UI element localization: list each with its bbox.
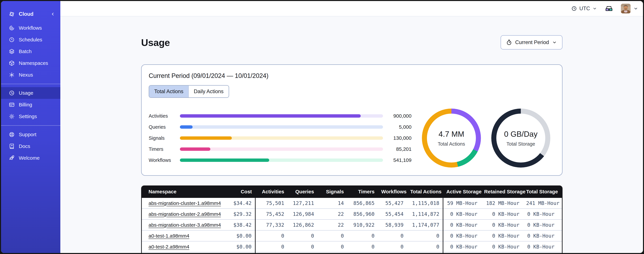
value-cell: $38.42 [222, 220, 255, 230]
column-header-retained-storage: Retained Storage [481, 186, 523, 198]
labs-glasses-button[interactable] [604, 5, 614, 12]
sidebar-item-label: Support [19, 132, 36, 138]
bar-row-workflows: Workflows541,109 [149, 158, 412, 163]
value-cell: 0 KB-Hour [443, 252, 481, 253]
account-menu[interactable] [621, 4, 638, 14]
donut-label: Total Storage [506, 141, 535, 147]
value-cell: 0 KB-Hour [523, 241, 562, 252]
sidebar-item-usage[interactable]: Usage [1, 87, 60, 99]
value-cell: 0 KB-Hour [443, 230, 481, 241]
namespace-usage-table: NamespaceCostActivitiesQueriesSignalsTim… [141, 186, 562, 253]
value-cell: 0 KB-Hour [481, 208, 523, 220]
value-cell: 14 [317, 198, 347, 208]
period-dropdown-button[interactable]: Current Period [500, 35, 562, 50]
avatar [621, 4, 630, 14]
value-cell: 22 [317, 208, 347, 220]
sidebar-item-docs[interactable]: Docs [1, 140, 60, 152]
value-cell: 22 [317, 220, 347, 230]
sidebar-item-nexus[interactable]: Nexus [1, 69, 60, 81]
usage-page: Usage Current Period Current Period (09/… [60, 16, 643, 253]
sidebar-collapse-button[interactable] [50, 12, 55, 16]
sidebar-item-schedules[interactable]: Schedules [1, 34, 60, 46]
bar-track [180, 158, 383, 162]
bar-row-activities: Activities900,000 [149, 113, 412, 118]
namespaces-icon [9, 60, 15, 66]
clock-icon [571, 6, 577, 12]
value-cell: 856,865 [347, 198, 378, 208]
bar-label: Signals [149, 136, 180, 141]
sidebar-section-2: UsageBillingSettings [1, 84, 60, 125]
nexus-icon [9, 72, 15, 78]
namespace-cell: abs-migration-cluster-1.a98mm4 [142, 198, 222, 208]
value-cell: 0 [255, 230, 288, 241]
billing-icon [9, 102, 15, 108]
table-row: a0-test-2.a98mm4$0.000000000 KB-Hour0 KB… [142, 241, 562, 252]
value-cell: 0 KB-Hour [443, 241, 481, 252]
sidebar-item-batch[interactable]: Batch [1, 46, 60, 57]
value-cell: 0 [317, 241, 347, 252]
value-cell: 0 KB-Hour [443, 220, 481, 230]
value-cell: 75,501 [255, 198, 288, 208]
value-cell: 0 [378, 241, 407, 252]
namespace-link[interactable]: abs-migration-cluster-2.a98mm4 [148, 211, 221, 217]
sidebar-item-namespaces[interactable]: Namespaces [1, 57, 60, 69]
value-cell: 59 MB-Hour [443, 198, 481, 208]
glasses-icon [604, 5, 613, 12]
app-window: CloudWorkflowsSchedulesBatchNamespacesNe… [1, 1, 643, 253]
namespace-link[interactable]: abs-migration-cluster-3.a98mm4 [148, 222, 221, 228]
sidebar: CloudWorkflowsSchedulesBatchNamespacesNe… [1, 1, 60, 253]
column-header-total-storage: Total Storage [523, 186, 562, 198]
sidebar-item-support[interactable]: Support [1, 129, 60, 140]
value-cell: 126,862 [288, 220, 318, 230]
value-cell: 0 [407, 230, 443, 241]
bar-track [180, 125, 383, 129]
namespace-cell: a0-test-1.a98mm4 [142, 230, 222, 241]
timezone-label: UTC [579, 6, 590, 12]
sidebar-spacer [1, 167, 60, 253]
table-row: a0-test-1.a98mm4$0.000000000 KB-Hour0 KB… [142, 230, 562, 241]
welcome-icon [9, 155, 15, 161]
tab-total-actions[interactable]: Total Actions [149, 86, 188, 97]
sidebar-item-label: Workflows [19, 25, 42, 31]
sidebar-item-settings[interactable]: Settings [1, 110, 60, 122]
value-cell: 0 KB-Hour [481, 220, 523, 230]
value-cell: 0 [288, 241, 318, 252]
value-cell: $0.00 [222, 230, 255, 241]
timezone-selector[interactable]: UTC [571, 6, 597, 12]
table-row: bk-worker-test.a98mm4$0.000000110 KB-Hou… [142, 252, 562, 253]
value-cell: 0 KB-Hour [523, 230, 562, 241]
bar-row-timers: Timers85,201 [149, 146, 412, 152]
namespace-link[interactable]: abs-migration-cluster-1.a98mm4 [148, 200, 221, 206]
sidebar-item-cloud[interactable]: Cloud [1, 7, 60, 21]
sidebar-section-1: CloudWorkflowsSchedulesBatchNamespacesNe… [1, 5, 60, 84]
usage-donut-charts: 4.7 MMTotal Actions0 GB/DayTotal Storage [422, 108, 555, 168]
value-cell: 0 KB-Hour [481, 230, 523, 241]
namespace-cell: abs-migration-cluster-3.a98mm4 [142, 220, 222, 230]
value-cell: 0 KB-Hour [481, 241, 523, 252]
value-cell: 55,427 [378, 198, 407, 208]
donut-center-labels: 4.7 MMTotal Actions [422, 108, 481, 168]
bar-fill [180, 125, 192, 129]
page-title: Usage [141, 37, 170, 48]
value-cell: 0 [378, 230, 407, 241]
stopwatch-icon [506, 39, 512, 46]
bar-label: Queries [149, 124, 180, 130]
sidebar-item-label: Docs [19, 144, 30, 149]
bar-fill [180, 114, 361, 118]
sidebar-item-welcome[interactable]: Welcome [1, 152, 60, 164]
bar-value: 130,000 [383, 135, 412, 141]
sidebar-item-label: Batch [19, 48, 32, 54]
settings-icon [9, 114, 15, 120]
sidebar-item-workflows[interactable]: Workflows [1, 22, 60, 34]
namespace-cell: bk-worker-test.a98mm4 [142, 252, 222, 253]
column-header-active-storage: Active Storage [443, 186, 481, 198]
value-cell: 55,454 [378, 208, 407, 220]
namespace-link[interactable]: a0-test-1.a98mm4 [148, 233, 189, 238]
sidebar-item-billing[interactable]: Billing [1, 99, 60, 110]
tab-daily-actions[interactable]: Daily Actions [188, 86, 228, 97]
value-cell: 1 [378, 252, 407, 253]
table-row: abs-migration-cluster-2.a98mm4$29.3275,4… [142, 208, 562, 220]
bar-value: 900,000 [383, 113, 412, 119]
namespace-link[interactable]: a0-test-2.a98mm4 [148, 244, 189, 250]
sidebar-item-label: Welcome [19, 155, 40, 161]
